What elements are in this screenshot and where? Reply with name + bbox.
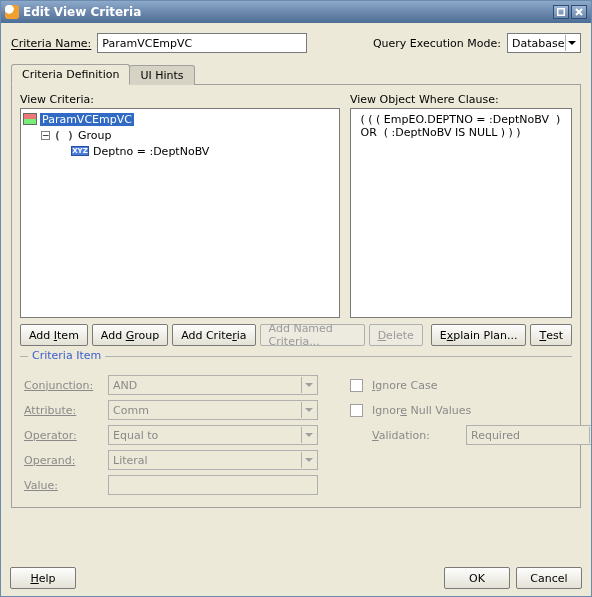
criteria-item-title: Criteria Item xyxy=(28,349,105,362)
tree-group[interactable]: − ( ) Group xyxy=(23,127,337,143)
expression-icon: XYZ xyxy=(71,146,89,156)
add-item-button[interactable]: Add Item xyxy=(20,324,88,346)
view-criteria-label: View Criteria: xyxy=(20,93,340,106)
criteria-name-label: Criteria Name: xyxy=(11,37,91,50)
where-clause-label: View Object Where Clause: xyxy=(350,93,572,106)
chevron-down-icon xyxy=(301,427,315,443)
svg-rect-0 xyxy=(558,9,565,16)
exec-mode-value: Database xyxy=(512,37,565,50)
help-button[interactable]: Help xyxy=(10,567,76,589)
conjunction-select: AND xyxy=(108,375,318,395)
operand-label: Operand: xyxy=(24,454,104,467)
tab-ui-hints[interactable]: UI Hints xyxy=(129,65,194,85)
explain-plan-button[interactable]: Explain Plan... xyxy=(431,324,527,346)
add-group-button[interactable]: Add Group xyxy=(92,324,168,346)
chevron-down-icon xyxy=(301,402,315,418)
value-input xyxy=(108,475,318,495)
attribute-select: Comm xyxy=(108,400,318,420)
operator-label: Operator: xyxy=(24,429,104,442)
ignore-case-checkbox xyxy=(350,379,363,392)
operator-select: Equal to xyxy=(108,425,318,445)
parentheses-icon: ( ) xyxy=(54,129,74,142)
validation-label: Validation: xyxy=(372,429,462,442)
window-title: Edit View Criteria xyxy=(23,5,551,19)
maximize-button[interactable] xyxy=(553,5,569,19)
tree-root[interactable]: ParamVCEmpVC xyxy=(23,111,337,127)
toolbar-row: Add Item Add Group Add Criteria Add Name… xyxy=(20,324,572,346)
tab-criteria-definition[interactable]: Criteria Definition xyxy=(11,64,130,85)
cancel-button[interactable]: Cancel xyxy=(516,567,582,589)
app-icon xyxy=(5,5,19,19)
exec-mode-label: Query Execution Mode: xyxy=(373,37,501,50)
tab-panel: View Criteria: ParamVCEmpVC − ( ) Group xyxy=(11,84,581,508)
criteria-name-input[interactable] xyxy=(97,33,307,53)
collapse-icon[interactable]: − xyxy=(41,131,50,140)
chevron-down-icon xyxy=(301,452,315,468)
ignore-null-label: Ignore Null Values xyxy=(372,404,592,417)
tree-group-label: Group xyxy=(78,129,112,142)
validation-select: Required xyxy=(466,425,592,445)
add-named-criteria-button: Add Named Criteria... xyxy=(260,324,365,346)
criteria-icon xyxy=(23,113,37,125)
view-criteria-tree[interactable]: ParamVCEmpVC − ( ) Group XYZ Deptno = :D… xyxy=(20,108,340,318)
conjunction-label: Conjunction: xyxy=(24,379,104,392)
criteria-item-group: Criteria Item Conjunction: AND Ignore Ca… xyxy=(20,356,572,499)
ok-button[interactable]: OK xyxy=(444,567,510,589)
delete-button: Delete xyxy=(369,324,423,346)
dialog-footer: Help OK Cancel xyxy=(10,567,582,589)
ignore-case-label: Ignore Case xyxy=(372,379,592,392)
ignore-null-checkbox xyxy=(350,404,363,417)
test-button[interactable]: Test xyxy=(530,324,572,346)
operand-select: Literal xyxy=(108,450,318,470)
tree-root-label: ParamVCEmpVC xyxy=(40,113,134,126)
attribute-label: Attribute: xyxy=(24,404,104,417)
chevron-down-icon xyxy=(301,377,315,393)
value-label: Value: xyxy=(24,479,104,492)
add-criteria-button[interactable]: Add Criteria xyxy=(172,324,255,346)
where-clause-box: ( ( ( EmpEO.DEPTNO = :DeptNoBV ) OR ( :D… xyxy=(350,108,572,318)
tree-leaf[interactable]: XYZ Deptno = :DeptNoBV xyxy=(23,143,337,159)
close-button[interactable] xyxy=(571,5,587,19)
chevron-down-icon xyxy=(565,35,579,51)
title-bar: Edit View Criteria xyxy=(1,1,591,23)
exec-mode-select[interactable]: Database xyxy=(507,33,581,53)
tree-leaf-label: Deptno = :DeptNoBV xyxy=(93,145,209,158)
